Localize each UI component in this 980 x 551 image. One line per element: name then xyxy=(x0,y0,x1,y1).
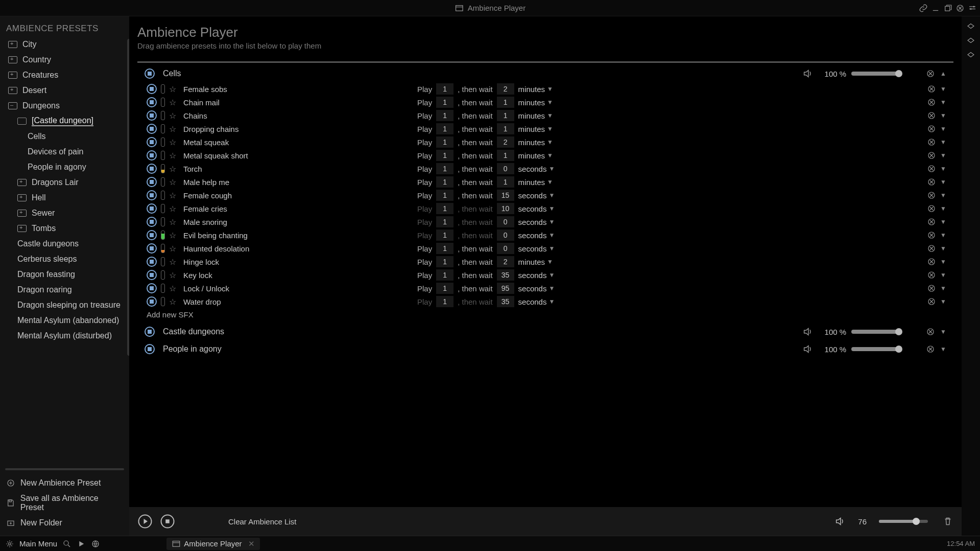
globe-icon[interactable] xyxy=(91,539,100,548)
settings-toggle-icon[interactable] xyxy=(968,4,977,13)
favorite-star-icon[interactable]: ☆ xyxy=(169,284,176,293)
chevron-down-icon[interactable]: ▼ xyxy=(940,85,946,93)
preset-volume-slider[interactable] xyxy=(851,72,900,76)
volume-icon[interactable] xyxy=(802,343,814,355)
play-count-input[interactable]: 1 xyxy=(436,190,453,201)
chevron-down-icon[interactable]: ▼ xyxy=(940,218,946,225)
wait-unit-select[interactable]: seconds ▼ xyxy=(518,269,557,281)
tree-item[interactable]: City xyxy=(2,37,127,52)
wait-value-input[interactable]: 35 xyxy=(497,296,514,307)
chevron-down-icon[interactable]: ▼ xyxy=(940,152,946,159)
play-icon[interactable] xyxy=(77,539,86,548)
favorite-star-icon[interactable]: ☆ xyxy=(169,244,176,254)
remove-preset-button[interactable] xyxy=(926,327,935,336)
play-count-input[interactable]: 1 xyxy=(436,97,453,108)
tree-item[interactable]: Cerberus sleeps xyxy=(2,251,127,267)
gear-icon[interactable] xyxy=(5,539,14,548)
chevron-down-icon[interactable]: ▼ xyxy=(940,245,946,252)
wait-value-input[interactable]: 1 xyxy=(497,150,514,161)
expand-up-icon[interactable]: ▲ xyxy=(940,70,946,77)
tree-item[interactable]: Sewer xyxy=(2,205,127,221)
play-count-input[interactable]: 1 xyxy=(436,110,453,121)
play-count-input[interactable]: 1 xyxy=(436,229,453,241)
wait-value-input[interactable]: 1 xyxy=(497,97,514,108)
tree-item[interactable]: Desert xyxy=(2,83,127,98)
sfx-stop-button[interactable] xyxy=(147,177,157,187)
close-icon[interactable] xyxy=(955,4,965,13)
preset-volume-slider[interactable] xyxy=(851,330,900,334)
tree-item[interactable]: Dragons Lair xyxy=(2,175,127,190)
sfx-stop-button[interactable] xyxy=(147,217,157,227)
play-count-input[interactable]: 1 xyxy=(436,136,453,148)
play-count-input[interactable]: 1 xyxy=(436,216,453,227)
play-count-input[interactable]: 1 xyxy=(436,123,453,134)
new-preset-action[interactable]: New Ambience Preset xyxy=(0,475,129,491)
play-count-input[interactable]: 1 xyxy=(436,296,453,307)
play-count-input[interactable]: 1 xyxy=(436,243,453,254)
wait-unit-select[interactable]: minutes ▼ xyxy=(518,176,557,188)
wait-value-input[interactable]: 1 xyxy=(497,176,514,188)
wait-value-input[interactable]: 1 xyxy=(497,123,514,134)
sfx-stop-button[interactable] xyxy=(147,137,157,147)
new-folder-action[interactable]: New Folder xyxy=(0,515,129,531)
master-volume-slider[interactable] xyxy=(879,520,928,523)
wait-value-input[interactable]: 2 xyxy=(497,256,514,267)
volume-icon[interactable] xyxy=(802,68,814,79)
favorite-star-icon[interactable]: ☆ xyxy=(169,257,176,267)
chevron-down-icon[interactable]: ▼ xyxy=(940,205,946,212)
tree-item[interactable]: Cells xyxy=(2,129,127,144)
chevron-down-icon[interactable]: ▼ xyxy=(940,112,946,119)
chevron-down-icon[interactable]: ▼ xyxy=(940,271,946,279)
tree-item[interactable]: Creatures xyxy=(2,67,127,83)
main-menu-button[interactable]: Main Menu xyxy=(19,539,57,548)
favorite-star-icon[interactable]: ☆ xyxy=(169,270,176,280)
wait-value-input[interactable]: 0 xyxy=(497,243,514,254)
link-icon[interactable] xyxy=(919,4,928,13)
sfx-stop-button[interactable] xyxy=(147,164,157,174)
preset-stop-button[interactable] xyxy=(145,68,155,79)
play-count-input[interactable]: 1 xyxy=(436,163,453,174)
favorite-star-icon[interactable]: ☆ xyxy=(169,98,176,107)
wait-unit-select[interactable]: seconds ▼ xyxy=(518,190,557,201)
chevron-down-icon[interactable]: ▼ xyxy=(940,232,946,239)
favorite-star-icon[interactable]: ☆ xyxy=(169,137,176,147)
clear-list-button[interactable]: Clear Ambience List xyxy=(228,517,296,526)
wait-value-input[interactable]: 2 xyxy=(497,136,514,148)
remove-sfx-button[interactable] xyxy=(927,257,936,266)
wait-value-input[interactable]: 0 xyxy=(497,229,514,241)
remove-sfx-button[interactable] xyxy=(927,231,936,240)
rail-icon-2[interactable] xyxy=(966,36,975,45)
wait-unit-select[interactable]: seconds ▼ xyxy=(518,283,557,294)
chevron-down-icon[interactable]: ▼ xyxy=(940,139,946,146)
play-all-button[interactable] xyxy=(137,514,153,529)
remove-sfx-button[interactable] xyxy=(927,297,936,306)
play-count-input[interactable]: 1 xyxy=(436,83,453,95)
tree-item[interactable]: Dragon roaring xyxy=(2,282,127,297)
sfx-stop-button[interactable] xyxy=(147,84,157,94)
wait-value-input[interactable]: 95 xyxy=(497,283,514,294)
play-count-input[interactable]: 1 xyxy=(436,269,453,281)
save-all-action[interactable]: Save all as Ambience Preset xyxy=(0,491,129,515)
chevron-down-icon[interactable]: ▼ xyxy=(940,285,946,292)
wait-unit-select[interactable]: minutes ▼ xyxy=(518,256,557,267)
tree-item[interactable]: Devices of pain xyxy=(2,144,127,159)
tree-item[interactable]: [Castle dungeon] xyxy=(2,113,127,129)
tree-item[interactable]: Hell xyxy=(2,190,127,205)
sfx-stop-button[interactable] xyxy=(147,150,157,160)
favorite-star-icon[interactable]: ☆ xyxy=(169,164,176,174)
remove-sfx-button[interactable] xyxy=(927,270,936,280)
play-count-input[interactable]: 1 xyxy=(436,256,453,267)
play-count-input[interactable]: 1 xyxy=(436,283,453,294)
sfx-stop-button[interactable] xyxy=(147,270,157,280)
favorite-star-icon[interactable]: ☆ xyxy=(169,84,176,94)
wait-value-input[interactable]: 1 xyxy=(497,110,514,121)
remove-sfx-button[interactable] xyxy=(927,111,936,120)
favorite-star-icon[interactable]: ☆ xyxy=(169,124,176,134)
sfx-stop-button[interactable] xyxy=(147,243,157,254)
preset-stop-button[interactable] xyxy=(145,327,155,337)
wait-value-input[interactable]: 10 xyxy=(497,203,514,214)
sfx-stop-button[interactable] xyxy=(147,124,157,134)
expand-up-icon[interactable]: ▼ xyxy=(940,328,946,335)
chevron-down-icon[interactable]: ▼ xyxy=(940,99,946,106)
remove-sfx-button[interactable] xyxy=(927,164,936,173)
